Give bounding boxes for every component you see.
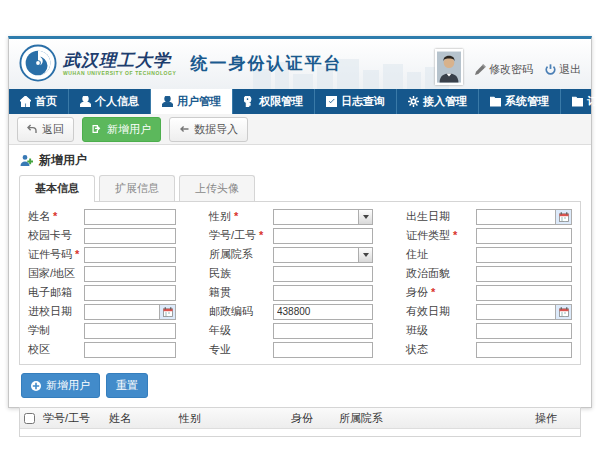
tab-extended-info[interactable]: 扩展信息: [99, 175, 175, 201]
class-input[interactable]: [476, 323, 572, 339]
add-user-toolbar-label: 新增用户: [107, 122, 151, 137]
nav-tab-label: 权限管理: [259, 94, 303, 109]
field-label-campus-card-no: 校园卡号: [28, 228, 84, 243]
id-number-field: [84, 247, 176, 263]
birth-date-field: [476, 209, 572, 225]
col-student-id: 学号/工号: [40, 411, 106, 426]
major-field: [273, 342, 373, 358]
form-row: 进校日期 邮政编码 有效日期: [28, 302, 572, 321]
field-label-identity: 身份*: [406, 285, 476, 300]
field-label-political-status: 政治面貌: [406, 266, 476, 281]
reset-button[interactable]: 重置: [106, 373, 148, 398]
field-label-status: 状态: [406, 342, 476, 357]
political-status-input[interactable]: [476, 266, 572, 282]
student-id-input[interactable]: [273, 228, 373, 244]
id-number-input[interactable]: [84, 247, 176, 263]
nav-tab-log-query[interactable]: 日志查询: [315, 89, 397, 114]
reset-label: 重置: [116, 378, 138, 393]
university-name-en: WUHAN UNIVERSITY OF TECHNOLOGY: [63, 70, 176, 76]
section-header: 新增用户: [9, 145, 591, 172]
user-icon: [162, 96, 173, 107]
nav-tab-label: 接入管理: [423, 94, 467, 109]
ethnicity-input[interactable]: [273, 266, 373, 282]
basic-info-form: 姓名* 性别* 出生日期 校园卡号 学号/工号* 证件类型* 证件号码* 所属院…: [19, 201, 581, 365]
col-name: 姓名: [106, 411, 176, 426]
schooling-length-input[interactable]: [84, 323, 176, 339]
address-input[interactable]: [476, 247, 572, 263]
dropdown-arrow-icon[interactable]: [358, 248, 372, 262]
avatar[interactable]: [435, 49, 463, 85]
col-gender: 性别: [176, 411, 288, 426]
department-field: [273, 247, 373, 263]
user-menu: 修改密码 退出: [435, 49, 581, 85]
campus-card-no-input[interactable]: [84, 228, 176, 244]
back-button[interactable]: 返回: [17, 117, 74, 142]
campus-card-no-field: [84, 228, 176, 244]
submit-add-user-button[interactable]: 新增用户: [21, 373, 100, 398]
field-label-class: 班级: [406, 323, 476, 338]
field-label-postal-code: 邮政编码: [209, 304, 273, 319]
field-label-native-place: 籍贯: [209, 285, 273, 300]
field-label-id-type: 证件类型*: [406, 228, 476, 243]
select-all-checkbox[interactable]: [24, 413, 35, 424]
dropdown-arrow-icon[interactable]: [358, 210, 372, 224]
nav-tab-personal-info[interactable]: 个人信息: [69, 89, 151, 114]
field-label-birth-date: 出生日期: [406, 209, 476, 224]
identity-field: [476, 285, 572, 301]
nav-tab-subscription-management[interactable]: 订阅管理: [561, 89, 600, 114]
add-user-icon: [92, 124, 102, 134]
user-table: 学号/工号 姓名 性别 身份 所属院系 操作: [19, 407, 581, 437]
email-field: [84, 285, 176, 301]
calendar-icon[interactable]: [159, 305, 175, 319]
user-table-header: 学号/工号 姓名 性别 身份 所属院系 操作: [20, 408, 580, 429]
data-import-button[interactable]: 数据导入: [169, 117, 248, 142]
schooling-length-field: [84, 323, 176, 339]
name-field: [84, 209, 176, 225]
folder-icon: [572, 96, 583, 107]
university-name: 武汉理工大学: [63, 51, 176, 70]
status-field: [476, 342, 572, 358]
postal-code-input[interactable]: [273, 304, 373, 320]
nav-tab-user-management[interactable]: 用户管理: [151, 89, 233, 114]
add-user-toolbar-button[interactable]: 新增用户: [82, 117, 161, 142]
status-input[interactable]: [476, 342, 572, 358]
email-input[interactable]: [84, 285, 176, 301]
nav-tab-label: 首页: [35, 94, 57, 109]
country-region-input[interactable]: [84, 266, 176, 282]
back-arrow-icon: [27, 124, 37, 134]
user-table-empty-body: [20, 429, 580, 436]
grade-input[interactable]: [273, 323, 373, 339]
tab-basic-info[interactable]: 基本信息: [19, 175, 95, 202]
nav-tab-permission-management[interactable]: 权限管理: [233, 89, 315, 114]
logout-link[interactable]: 退出: [545, 62, 581, 77]
id-type-input[interactable]: [476, 228, 572, 244]
nav-tab-system-management[interactable]: 系统管理: [479, 89, 561, 114]
nav-tab-label: 订阅管理: [587, 94, 600, 109]
campus-input[interactable]: [84, 342, 176, 358]
change-password-link[interactable]: 修改密码: [475, 62, 533, 77]
field-label-department: 所属院系: [209, 247, 273, 262]
form-row: 校区 专业 状态: [28, 340, 572, 359]
ethnicity-field: [273, 266, 373, 282]
form-row: 学制 年级 班级: [28, 321, 572, 340]
tab-upload-avatar[interactable]: 上传头像: [179, 175, 255, 201]
calendar-icon[interactable]: [555, 305, 571, 319]
native-place-input[interactable]: [273, 285, 373, 301]
add-user-section-icon: [20, 154, 33, 167]
nav-tab-home[interactable]: 首页: [9, 89, 69, 114]
logout-label: 退出: [559, 62, 581, 77]
log-check-icon: [326, 96, 337, 107]
field-label-student-id: 学号/工号*: [209, 228, 273, 243]
power-icon: [545, 64, 556, 75]
major-input[interactable]: [273, 342, 373, 358]
submit-add-user-label: 新增用户: [46, 378, 90, 393]
field-label-country-region: 国家/地区: [28, 266, 84, 281]
col-actions: 操作: [532, 411, 580, 426]
postal-code-field: [273, 304, 373, 320]
change-password-label: 修改密码: [489, 62, 533, 77]
calendar-icon[interactable]: [555, 210, 571, 224]
identity-input[interactable]: [476, 285, 572, 301]
name-input[interactable]: [84, 209, 176, 225]
form-row: 姓名* 性别* 出生日期: [28, 207, 572, 226]
nav-tab-access-management[interactable]: 接入管理: [397, 89, 479, 114]
